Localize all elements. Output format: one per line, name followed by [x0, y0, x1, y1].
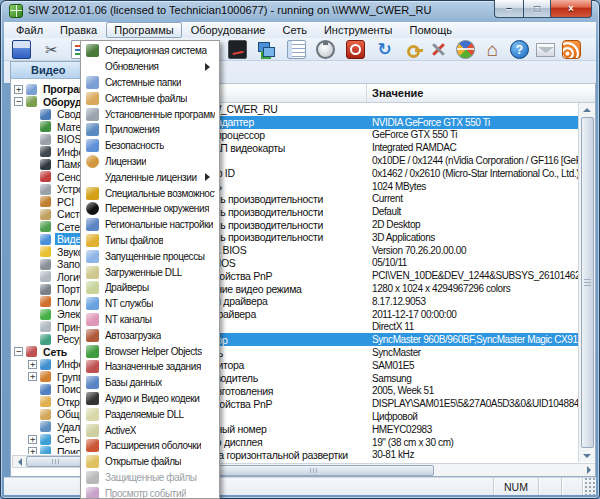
rss-icon[interactable]: [562, 40, 581, 59]
minimize-button[interactable]: –: [494, 0, 523, 18]
network-computers-icon[interactable]: [257, 40, 276, 59]
menu-item[interactable]: Автозагрузка: [81, 327, 219, 343]
menu-item[interactable]: Расширения оболочки: [81, 438, 219, 454]
menu-item[interactable]: Системные папки: [81, 75, 219, 91]
table-row[interactable]: ID устройства PnPDISPLAY\SAM01E5\5&27A0A…: [179, 397, 578, 410]
scroll-up-icon[interactable]: [580, 103, 595, 116]
table-row[interactable]: Дата BIOS05/10/11: [179, 257, 578, 270]
expand-icon[interactable]: +: [14, 85, 23, 94]
expand-icon[interactable]: +: [28, 372, 37, 381]
cut-icon[interactable]: [42, 40, 61, 59]
table-row[interactable]: DirectXDirectX 11: [179, 321, 578, 334]
menu-item[interactable]: Запущенные процессы: [81, 248, 219, 264]
table-row[interactable]: Версия драйвера8.17.12.9053: [179, 295, 578, 308]
menu-item[interactable]: Аудио и Видео кодеки: [81, 391, 219, 407]
menubar-item-tools[interactable]: Инструменты: [316, 22, 401, 38]
menu-item[interactable]: Просмотр событий: [81, 485, 219, 499]
table-row[interactable]: Размер дисплея19" (38 cm x 30 cm): [179, 436, 578, 449]
table-row[interactable]: МониторSyncMaster 960B/960BF,SyncMaster …: [179, 333, 578, 346]
menubar-item-edit[interactable]: Правка: [52, 22, 105, 38]
table-row[interactable]: ID устройства PnPPCI\VEN_10DE&DEV_1244&S…: [179, 269, 578, 282]
table-row[interactable]: ВидеопроцессорGeForce GTX 550 Ti: [179, 129, 578, 142]
menu-item[interactable]: Назначенные задания: [81, 359, 219, 375]
scroll-left-icon[interactable]: [13, 456, 26, 467]
table-row[interactable]: Уровень производительностиDefault: [179, 205, 578, 218]
table-header[interactable]: Значение: [179, 84, 595, 103]
collapse-icon[interactable]: −: [14, 347, 23, 356]
menu-item[interactable]: Открытые файлы: [81, 454, 219, 470]
save-icon[interactable]: [12, 40, 31, 59]
table-row[interactable]: Частота вертикальной развертки56-76 Hz: [179, 461, 578, 462]
mail-icon[interactable]: [536, 43, 555, 57]
table-row[interactable]: Уровень производительностиCurrent: [179, 193, 578, 206]
table-group-row[interactable]: \\WWW_CWER_RU: [179, 103, 578, 116]
refresh-icon[interactable]: [375, 40, 394, 59]
menu-item[interactable]: Операционная система: [81, 43, 219, 59]
menu-item[interactable]: Региональные настройки: [81, 217, 219, 233]
table-row[interactable]: Описание видео режима1280 x 1024 x 42949…: [179, 282, 578, 295]
expand-icon[interactable]: +: [28, 447, 37, 454]
table-row[interactable]: PCI sub ID0x1462 / 0x2610 (Micro-Star In…: [179, 167, 578, 180]
menubar-item-network[interactable]: Сеть: [274, 22, 314, 38]
value-column-header[interactable]: Значение: [367, 84, 595, 102]
menu-item[interactable]: Лицензии: [81, 154, 219, 170]
table-row[interactable]: ID монитораSAM01E5: [179, 359, 578, 372]
horizontal-scrollbar-thumb[interactable]: [194, 465, 434, 476]
menubar-item-hardware[interactable]: Оборудование: [183, 22, 274, 38]
menu-item[interactable]: NT каналы: [81, 312, 219, 328]
checklist-icon[interactable]: [287, 40, 306, 59]
menu-item[interactable]: Системные файлы: [81, 90, 219, 106]
menu-item[interactable]: Типы файлов: [81, 233, 219, 249]
menu-item[interactable]: Приложения: [81, 122, 219, 138]
menu-item[interactable]: Browser Helper Objects: [81, 343, 219, 359]
menu-item[interactable]: Драйверы: [81, 280, 219, 296]
table-row[interactable]: Уровень производительности2D Desktop: [179, 218, 578, 231]
table-row[interactable]: Дата изготовления2005, Week 51: [179, 385, 578, 398]
menu-item[interactable]: Специальные возможности: [81, 185, 219, 201]
menu-item[interactable]: Защищенные файлы: [81, 470, 219, 486]
table-horizontal-scrollbar[interactable]: [179, 463, 595, 476]
home-icon[interactable]: [483, 40, 502, 59]
key-icon[interactable]: [405, 40, 424, 59]
table-row[interactable]: Серийный номерHMEYC02983: [179, 423, 578, 436]
title-bar[interactable]: SIW 2012.01.06 (licensed to Technician10…: [0, 0, 600, 22]
menu-item[interactable]: Удаленные лицензии: [81, 169, 219, 185]
table-row[interactable]: Уровень производительности3D Application…: [179, 231, 578, 244]
menu-item[interactable]: Установленные программы: [81, 106, 219, 122]
menu-item[interactable]: NT службы: [81, 296, 219, 312]
menu-item[interactable]: Переменные окружения: [81, 201, 219, 217]
menubar-item-help[interactable]: Помощь: [402, 22, 461, 38]
map-icon[interactable]: [456, 40, 475, 59]
maximize-button[interactable]: □: [523, 0, 550, 18]
scroll-right-icon[interactable]: [582, 465, 595, 476]
close-button[interactable]: ×: [550, 0, 592, 18]
shutdown-icon[interactable]: [346, 40, 365, 59]
menu-item[interactable]: Разделяемые DLL: [81, 406, 219, 422]
scroll-down-icon[interactable]: [580, 449, 595, 462]
table-row[interactable]: PCI ID0x10DE / 0x1244 (nVidia Corporatio…: [179, 154, 578, 167]
table-row[interactable]: ПроизводительSamsung: [179, 372, 578, 385]
table-row[interactable]: Тип ЦАП видеокартыIntegrated RAMDAC: [179, 141, 578, 154]
vertical-scrollbar-thumb[interactable]: [581, 117, 594, 448]
table-row[interactable]: ВходЦифровой: [179, 410, 578, 423]
expand-icon[interactable]: +: [28, 360, 37, 369]
table-row[interactable]: Память1024 MBytes: [179, 180, 578, 193]
help-icon[interactable]: [510, 40, 529, 59]
menu-item[interactable]: ActiveX: [81, 422, 219, 438]
table-row[interactable]: Дата драйвера2011-12-17 00:00:00: [179, 308, 578, 321]
menu-item[interactable]: Загруженные DLL: [81, 264, 219, 280]
table-row[interactable]: Частота горизонтальной развертки30-81 kH…: [179, 449, 578, 462]
table-vertical-scrollbar[interactable]: [578, 103, 595, 462]
activity-graph-icon[interactable]: [228, 40, 247, 59]
collapse-icon[interactable]: −: [14, 97, 23, 106]
table-row[interactable]: МодельSyncMaster: [179, 346, 578, 359]
menu-item[interactable]: Базы данных: [81, 375, 219, 391]
tools-icon[interactable]: [429, 40, 448, 59]
tree-scrollbar-thumb[interactable]: [26, 456, 86, 467]
menu-item[interactable]: Безопасность: [81, 138, 219, 154]
table-row[interactable]: ВидеоадаптерNVIDIA GeForce GTX 550 Ti: [179, 116, 578, 129]
menubar-item-software[interactable]: Программы: [106, 22, 181, 38]
table-row[interactable]: Строка BIOSVersion 70.26.20.00.00: [179, 244, 578, 257]
expand-icon[interactable]: +: [28, 435, 37, 444]
menu-item[interactable]: Обновления: [81, 59, 219, 75]
